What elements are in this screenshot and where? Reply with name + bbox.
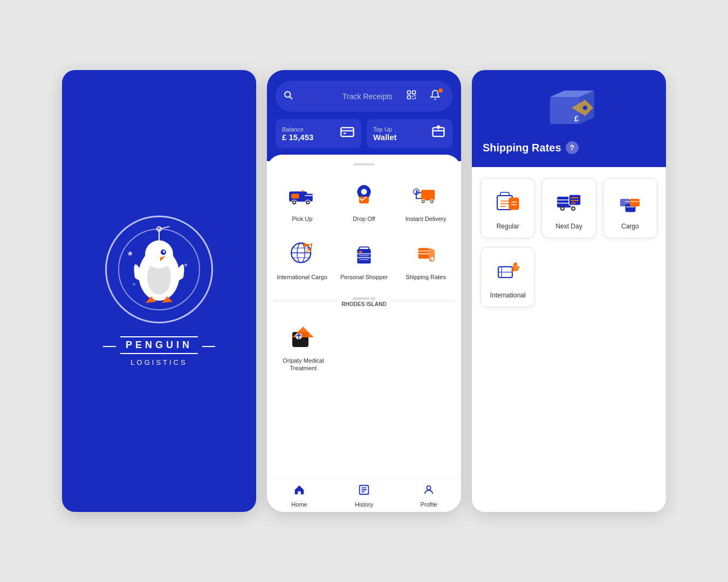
svg-point-70 xyxy=(583,106,587,110)
rate-international[interactable]: International xyxy=(480,247,535,307)
cargo-icon xyxy=(614,186,646,218)
topup-card[interactable]: Top Up Wallet xyxy=(367,119,452,148)
rates-grid-row2: International xyxy=(480,247,657,307)
instant-icon xyxy=(410,179,442,212)
personal-shopper-icon xyxy=(348,238,380,270)
balance-amount: £ 15,453 xyxy=(282,133,313,142)
nav-profile-label: Profile xyxy=(420,501,437,508)
rates-title-row: Shipping Rates ? xyxy=(480,141,657,154)
svg-rect-15 xyxy=(413,91,416,94)
shipping-rates-panel: £ Shipping Rates ? xyxy=(472,70,666,512)
notification-dot xyxy=(438,88,443,93)
rates-banner: £ xyxy=(480,81,657,135)
service-personal-shopper[interactable]: Personal Shopper xyxy=(335,232,393,286)
topup-icon xyxy=(431,124,446,143)
rates-header: £ Shipping Rates ? xyxy=(472,70,666,167)
svg-rect-90 xyxy=(630,199,640,206)
svg-rect-21 xyxy=(341,128,353,136)
service-pickup[interactable]: Pick Up xyxy=(273,174,331,228)
service-intl-cargo[interactable]: International Cargo xyxy=(273,232,331,286)
nav-history[interactable]: History xyxy=(332,484,396,508)
svg-rect-29 xyxy=(292,193,299,198)
app-nav: Home History Profile xyxy=(267,478,461,512)
app-body: Pick Up Drop Off xyxy=(267,155,461,478)
nav-home[interactable]: Home xyxy=(267,484,332,508)
nav-profile[interactable]: Profile xyxy=(396,484,461,508)
rate-cargo-label: Cargo xyxy=(621,223,639,230)
dropoff-icon xyxy=(348,179,380,212)
search-placeholder: Track Receipts xyxy=(342,92,396,101)
rates-title: Shipping Rates xyxy=(483,142,561,154)
svg-point-3 xyxy=(145,240,173,268)
svg-text:★: ★ xyxy=(127,249,134,258)
service-dropoff[interactable]: Drop Off xyxy=(335,174,393,228)
service-shipping-rates[interactable]: £ Shipping Rates xyxy=(397,232,455,286)
svg-rect-91 xyxy=(620,199,630,206)
notification-icon-btn[interactable] xyxy=(425,86,445,106)
rate-next-day-label: Next Day xyxy=(555,223,582,230)
main-app-panel: Track Receipts Balance £ 15,453 xyxy=(267,70,461,512)
history-icon xyxy=(358,484,370,499)
svg-point-49 xyxy=(303,243,307,247)
divider-left xyxy=(273,301,338,301)
drag-handle xyxy=(353,163,375,165)
service-dropoff-label: Drop Off xyxy=(353,215,375,223)
svg-rect-56 xyxy=(359,251,362,253)
brand-name: PENGUIN xyxy=(120,336,198,354)
svg-point-34 xyxy=(361,189,367,195)
svg-rect-36 xyxy=(421,190,435,200)
rate-next-day[interactable]: Next Day xyxy=(541,178,596,238)
next-day-icon xyxy=(553,186,585,218)
international-icon xyxy=(492,255,524,287)
home-icon xyxy=(293,484,305,499)
service-instant-label: Instant Delivery xyxy=(406,215,447,223)
rate-cargo[interactable]: Cargo xyxy=(603,178,657,238)
balance-row: Balance £ 15,453 Top Up Wallet xyxy=(276,119,452,148)
service-shipping-rates-label: Shipping Rates xyxy=(406,273,446,281)
svg-text:£: £ xyxy=(574,114,579,123)
search-bar[interactable]: Track Receipts xyxy=(276,81,452,112)
balance-card: Balance £ 15,453 xyxy=(276,119,361,148)
shipping-rates-icon: £ xyxy=(410,238,442,270)
svg-point-68 xyxy=(427,486,430,490)
svg-rect-57 xyxy=(418,248,429,259)
svg-rect-77 xyxy=(509,198,519,210)
powered-text: powered by xyxy=(342,295,387,301)
svg-text:★: ★ xyxy=(132,282,136,287)
service-instant[interactable]: Instant Delivery xyxy=(397,174,455,228)
svg-point-33 xyxy=(307,202,309,204)
svg-point-88 xyxy=(572,207,574,210)
brand-sub: LOGISTICS xyxy=(131,358,187,366)
search-icon xyxy=(283,90,337,102)
svg-text:£: £ xyxy=(430,257,432,262)
profile-icon xyxy=(423,484,435,499)
regular-icon xyxy=(492,186,524,218)
topup-label: Top Up xyxy=(373,126,397,133)
service-personal-shopper-label: Personal Shopper xyxy=(340,273,388,281)
svg-point-99 xyxy=(514,262,517,266)
help-button[interactable]: ? xyxy=(566,141,579,154)
service-oripaty-label: Oripaty Medical Treatment xyxy=(276,357,331,372)
powered-by-divider: powered by RHODES ISLAND xyxy=(273,295,455,307)
svg-text:★: ★ xyxy=(183,262,188,268)
svg-point-32 xyxy=(293,202,296,204)
divider-right xyxy=(390,301,455,301)
balance-label: Balance xyxy=(282,126,313,133)
rates-grid-row1: Regular xyxy=(480,178,657,238)
svg-rect-51 xyxy=(359,247,369,250)
service-oripaty[interactable]: Oripaty Medical Treatment xyxy=(273,316,333,378)
scan-icon-btn[interactable] xyxy=(402,86,421,106)
pickup-icon xyxy=(286,179,318,212)
svg-point-40 xyxy=(431,200,433,203)
svg-rect-35 xyxy=(359,197,369,204)
rates-body: Regular xyxy=(472,167,666,512)
svg-point-86 xyxy=(561,207,564,210)
rate-regular[interactable]: Regular xyxy=(480,178,535,238)
svg-rect-14 xyxy=(408,91,411,94)
svg-point-5 xyxy=(163,251,165,253)
service-intl-cargo-label: International Cargo xyxy=(277,273,328,281)
intl-cargo-icon xyxy=(286,238,318,270)
partner-services-row: Oripaty Medical Treatment xyxy=(273,316,455,378)
service-pickup-label: Pick Up xyxy=(292,215,312,223)
nav-home-label: Home xyxy=(291,501,307,508)
